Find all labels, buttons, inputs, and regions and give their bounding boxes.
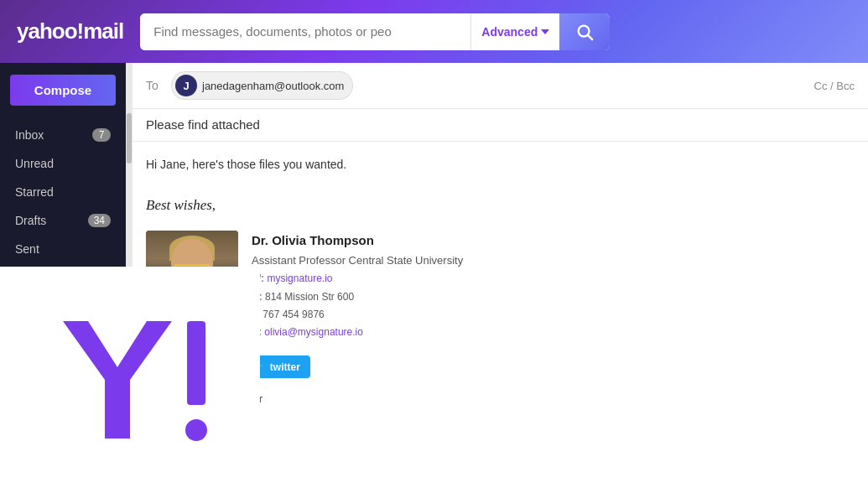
recipient-email: janedagenham@outlook.com — [202, 80, 344, 92]
subject-row — [133, 109, 868, 142]
avatar: J — [175, 75, 197, 96]
sidebar-item-inbox[interactable]: Inbox 7 — [0, 121, 126, 149]
sig-name: Dr. Olivia Thompson — [252, 231, 463, 251]
yahoo-mail-logo: yahoo!mail — [17, 18, 123, 44]
yahoo-overlay — [0, 267, 260, 493]
svg-rect-3 — [187, 321, 205, 405]
compose-button[interactable]: Compose — [10, 75, 116, 106]
cc-bcc-button[interactable]: Cc / Bcc — [814, 80, 855, 92]
to-label: To — [146, 79, 163, 92]
drafts-badge: 34 — [88, 214, 111, 227]
sidebar-item-drafts[interactable]: Drafts 34 — [0, 206, 126, 235]
sig-website: W: mysignature.io — [252, 271, 463, 287]
svg-point-4 — [185, 419, 207, 441]
search-button[interactable] — [559, 13, 610, 50]
advanced-button[interactable]: Advanced — [470, 13, 559, 50]
body-text: Hi Jane, here's those files you wanted. — [146, 155, 855, 174]
svg-marker-2 — [63, 321, 172, 439]
sig-email: E: olivia@mysignature.io — [252, 324, 463, 340]
search-icon — [575, 23, 594, 41]
sig-website-link[interactable]: mysignature.io — [267, 272, 332, 284]
recipient-chip[interactable]: J janedagenham@outlook.com — [171, 71, 353, 100]
subject-input[interactable] — [146, 117, 855, 132]
sig-details: Dr. Olivia Thompson Assistant Professor … — [252, 231, 463, 341]
header: yahoo!mail Advanced — [0, 0, 868, 63]
sig-address: A: 814 Mission Str 600 — [252, 289, 463, 305]
sig-title: Assistant Professor Central State Univer… — [252, 252, 463, 270]
to-row: To J janedagenham@outlook.com Cc / Bcc — [133, 63, 868, 109]
sidebar-item-unread[interactable]: Unread — [0, 149, 126, 178]
sig-phone: T: 767 454 9876 — [252, 307, 463, 323]
chevron-down-icon — [541, 29, 549, 34]
scroll-thumb[interactable] — [127, 113, 132, 163]
svg-line-1 — [588, 35, 592, 39]
sidebar-item-starred[interactable]: Starred — [0, 178, 126, 206]
inbox-badge: 7 — [92, 128, 111, 142]
search-bar: Advanced — [140, 13, 610, 50]
yahoo-y-logo-svg — [55, 313, 222, 447]
search-input[interactable] — [140, 13, 470, 50]
closing-text: Best wishes, — [146, 194, 855, 216]
sidebar-item-sent[interactable]: Sent — [0, 235, 126, 263]
yahoo-big-logo — [38, 313, 222, 447]
sig-email-link[interactable]: olivia@mysignature.io — [264, 326, 363, 338]
